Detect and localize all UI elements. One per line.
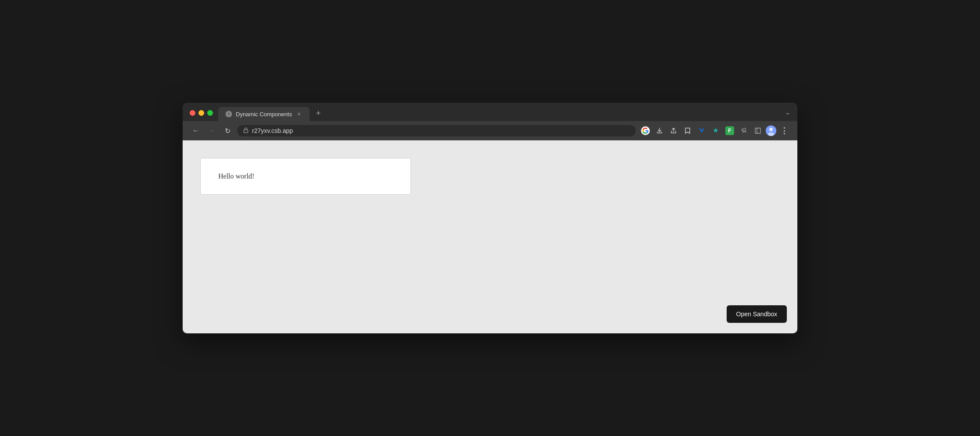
- lock-icon: [243, 127, 249, 134]
- toolbar-icons: F ⋮: [639, 125, 790, 137]
- minimize-button[interactable]: [198, 110, 204, 116]
- traffic-lights: [190, 110, 213, 121]
- share-button[interactable]: [667, 125, 680, 137]
- bookmark-button[interactable]: [681, 125, 694, 137]
- svg-rect-5: [244, 130, 248, 133]
- address-bar[interactable]: r27yxv.csb.app: [237, 125, 636, 136]
- globe-icon: [225, 111, 232, 118]
- vuetify-button[interactable]: [695, 125, 708, 137]
- profile-avatar[interactable]: [766, 125, 776, 136]
- webpage-content: Hello world! Open Sandbox: [183, 140, 797, 333]
- sidebar-toggle-button[interactable]: [752, 125, 764, 137]
- google-logo: [641, 126, 650, 135]
- perplexity-button[interactable]: [710, 125, 722, 137]
- open-sandbox-button[interactable]: Open Sandbox: [727, 305, 787, 323]
- svg-rect-6: [755, 128, 760, 133]
- forward-button[interactable]: →: [205, 125, 218, 137]
- hello-text: Hello world!: [218, 172, 254, 180]
- svg-point-9: [769, 128, 773, 131]
- browser-window: Dynamic Components × + ⌄ ← → ↻ r27yxv.cs…: [183, 103, 797, 333]
- download-button[interactable]: [653, 125, 666, 137]
- active-tab[interactable]: Dynamic Components ×: [218, 107, 310, 121]
- tab-dropdown-button[interactable]: ⌄: [785, 109, 790, 121]
- formfacade-button[interactable]: F: [724, 125, 736, 137]
- back-button[interactable]: ←: [190, 125, 202, 137]
- formfacade-logo: F: [725, 126, 734, 135]
- svg-point-10: [768, 132, 774, 136]
- nav-bar: ← → ↻ r27yxv.csb.app: [183, 121, 797, 140]
- title-bar: Dynamic Components × + ⌄: [183, 103, 797, 121]
- extensions-button[interactable]: [738, 125, 750, 137]
- close-button[interactable]: [190, 110, 195, 116]
- url-text: r27yxv.csb.app: [252, 127, 293, 134]
- hello-world-card: Hello world!: [200, 158, 411, 195]
- google-icon-btn[interactable]: [639, 125, 652, 137]
- maximize-button[interactable]: [207, 110, 213, 116]
- more-button[interactable]: ⋮: [778, 125, 790, 137]
- tab-close-button[interactable]: ×: [295, 111, 303, 118]
- new-tab-button[interactable]: +: [313, 111, 324, 121]
- tab-title: Dynamic Components: [236, 111, 292, 118]
- reload-button[interactable]: ↻: [221, 125, 234, 137]
